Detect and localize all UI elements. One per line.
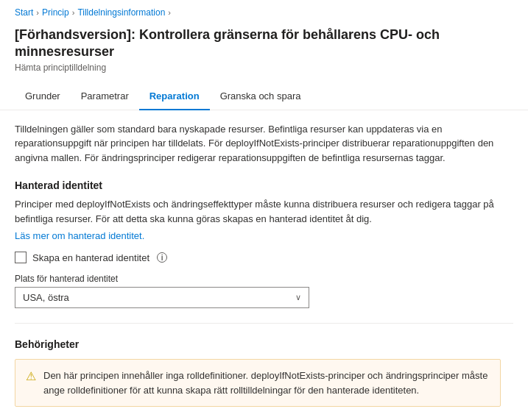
breadcrumb-sep-3: ›: [168, 8, 171, 17]
plats-label: Plats för hanterad identitet: [15, 274, 513, 284]
skapa-hanterad-checkbox[interactable]: [15, 252, 27, 263]
breadcrumb-sep-2: ›: [72, 8, 75, 17]
dropdown-chevron-icon: ∨: [295, 293, 301, 302]
warning-icon: ⚠: [26, 369, 36, 397]
tab-granska[interactable]: Granska och spara: [210, 85, 311, 110]
info-icon[interactable]: i: [157, 252, 167, 263]
breadcrumb-start[interactable]: Start: [15, 7, 33, 18]
hanterad-identitet-title: Hanterad identitet: [15, 179, 513, 191]
reparation-description: Tilldelningen gäller som standard bara n…: [15, 122, 513, 165]
page-header: [Förhandsversion]: Kontrollera gränserna…: [0, 22, 528, 85]
skapa-hanterad-checkbox-row: Skapa en hanterad identitet i: [15, 252, 513, 263]
hanterad-identitet-section: Hanterad identitet Principer med deployI…: [15, 179, 513, 308]
tab-parametrar[interactable]: Parametrar: [71, 85, 139, 110]
plats-value: USA, östra: [23, 292, 69, 303]
main-content: Tilldelningen gäller som standard bara n…: [0, 122, 528, 407]
warning-text: Den här principen innehåller inga rollde…: [43, 369, 490, 397]
las-mer-link[interactable]: Läs mer om hanterad identitet.: [15, 230, 144, 241]
breadcrumb: Start › Princip › Tilldelningsinformatio…: [0, 0, 528, 22]
warning-box: ⚠ Den här principen innehåller inga roll…: [15, 359, 501, 407]
breadcrumb-sep-1: ›: [36, 8, 39, 17]
hanterad-identitet-description: Principer med deployIfNotExists och ändr…: [15, 197, 513, 226]
behorighter-section: Behörigheter ⚠ Den här principen innehål…: [15, 338, 513, 407]
section-divider: [15, 323, 513, 324]
behorighter-title: Behörigheter: [15, 338, 513, 350]
tab-grunder[interactable]: Grunder: [15, 85, 71, 110]
plats-dropdown[interactable]: USA, östra ∨: [15, 287, 309, 308]
page-subtitle: Hämta principtilldelning: [15, 63, 513, 73]
breadcrumb-princip[interactable]: Princip: [42, 7, 69, 18]
breadcrumb-tilldelning[interactable]: Tilldelningsinformation: [77, 7, 165, 18]
page-title: [Förhandsversion]: Kontrollera gränserna…: [15, 26, 513, 61]
tab-bar: Grunder Parametrar Reparation Granska oc…: [0, 85, 528, 110]
skapa-hanterad-label: Skapa en hanterad identitet: [32, 252, 149, 263]
tab-reparation[interactable]: Reparation: [139, 85, 210, 110]
